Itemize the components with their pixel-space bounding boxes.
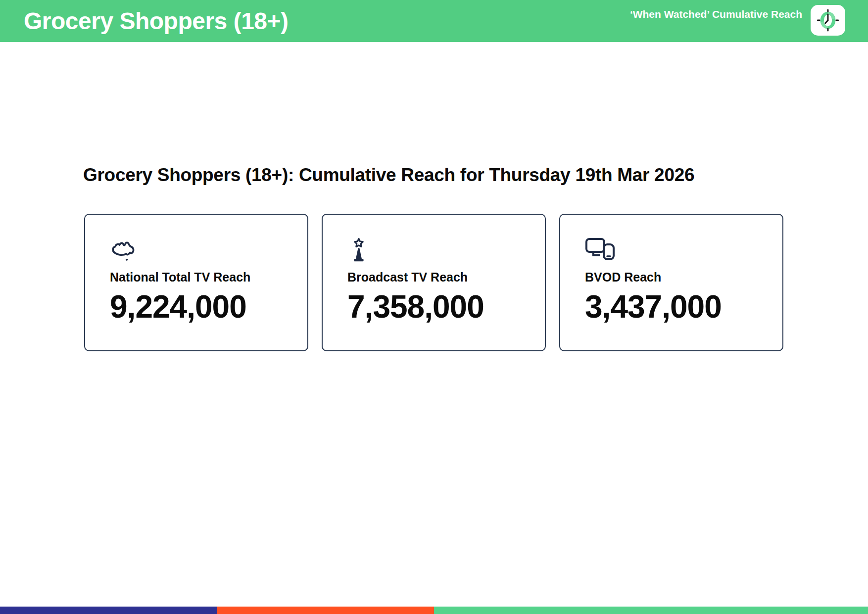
kpi-card-national-total-tv-reach: National Total TV Reach 9,224,000 [84, 214, 308, 351]
footer-segment-green [434, 607, 868, 614]
tv-and-phone-devices-icon [585, 237, 769, 263]
australia-map-icon [110, 237, 293, 263]
kpi-label: National Total TV Reach [110, 270, 293, 284]
page-title: Grocery Shoppers (18+): Cumulative Reach… [83, 165, 785, 186]
kpi-value: 3,437,000 [585, 288, 769, 325]
kpi-label: Broadcast TV Reach [347, 270, 531, 284]
kpi-card-broadcast-tv-reach: Broadcast TV Reach 7,358,000 [322, 214, 546, 351]
kpi-card-bvod-reach: BVOD Reach 3,437,000 [559, 214, 783, 351]
footer-color-bar [0, 607, 868, 614]
header-subtitle: ‘When Watched’ Cumulative Reach [630, 8, 802, 20]
page: Grocery Shoppers (18+) ‘When Watched’ Cu… [0, 0, 868, 614]
footer-segment-blue [0, 607, 217, 614]
header-bar: Grocery Shoppers (18+) ‘When Watched’ Cu… [0, 0, 868, 42]
main-content: Grocery Shoppers (18+): Cumulative Reach… [0, 165, 868, 351]
kpi-cards-row: National Total TV Reach 9,224,000 Broadc… [84, 214, 785, 351]
footer-segment-orange [217, 607, 434, 614]
app-title: Grocery Shoppers (18+) [24, 7, 289, 35]
header-right-group: ‘When Watched’ Cumulative Reach [630, 5, 845, 36]
broadcast-tower-star-icon [347, 237, 531, 263]
kpi-value: 9,224,000 [110, 288, 293, 325]
kpi-value: 7,358,000 [347, 288, 531, 325]
clock-logo-icon [811, 5, 845, 36]
clock-face-graphic [817, 9, 839, 32]
kpi-label: BVOD Reach [585, 270, 769, 284]
